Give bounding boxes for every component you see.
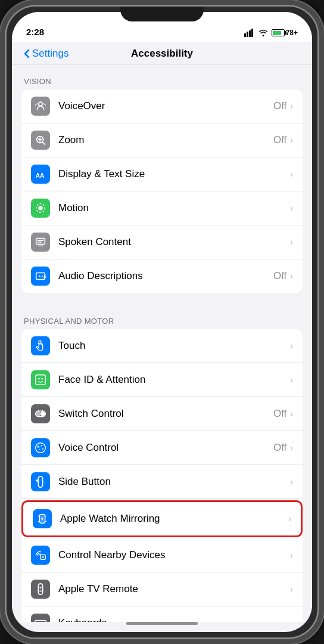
svg-rect-17 xyxy=(36,375,46,385)
svg-rect-3 xyxy=(251,29,253,37)
page-title: Accessibility xyxy=(131,48,193,60)
battery-indicator: 78+ xyxy=(272,29,298,37)
voiceover-icon xyxy=(31,97,50,116)
voiceover-chevron: › xyxy=(290,101,293,111)
svg-rect-30 xyxy=(38,476,42,487)
keyboards-icon xyxy=(31,614,50,622)
zoom-label: Zoom xyxy=(58,134,273,146)
audio-descriptions-icon: AD xyxy=(31,267,50,286)
voiceover-label: VoiceOver xyxy=(58,100,273,112)
face-id-attention-chevron: › xyxy=(290,375,293,385)
voice-control-label: Voice Control xyxy=(58,442,273,454)
svg-rect-22 xyxy=(40,411,45,416)
phone-frame: 2:28 xyxy=(0,0,324,644)
row-touch[interactable]: Touch › xyxy=(21,329,303,363)
screen: 2:28 xyxy=(12,12,312,632)
svg-point-10 xyxy=(38,206,42,210)
keyboards-chevron: › xyxy=(290,618,293,622)
svg-point-39 xyxy=(42,556,44,558)
face-id-attention-label: Face ID & Attention xyxy=(58,374,290,386)
svg-rect-42 xyxy=(39,590,42,590)
touch-icon xyxy=(31,336,50,355)
side-button-icon xyxy=(31,472,50,491)
svg-point-26 xyxy=(38,445,40,448)
section-header-vision: VISION xyxy=(12,65,312,89)
control-nearby-devices-chevron: › xyxy=(290,550,293,560)
svg-text:AD: AD xyxy=(42,275,46,278)
svg-point-37 xyxy=(41,518,43,520)
audio-descriptions-value: Off xyxy=(273,270,286,282)
svg-point-29 xyxy=(39,449,40,450)
spoken-content-icon xyxy=(31,233,50,252)
row-keyboards[interactable]: Keyboards › xyxy=(21,606,303,622)
apple-watch-mirroring-icon xyxy=(33,509,52,528)
switch-control-chevron: › xyxy=(290,409,293,419)
row-apple-tv-remote[interactable]: Apple TV Remote › xyxy=(21,572,303,606)
keyboards-label: Keyboards xyxy=(58,617,290,622)
svg-point-4 xyxy=(39,102,42,106)
row-voiceover[interactable]: VoiceOver Off › xyxy=(21,89,303,123)
section-header-physical-motor: PHYSICAL AND MOTOR xyxy=(12,305,312,329)
row-voice-control[interactable]: Voice Control Off › xyxy=(21,431,303,465)
signal-icon xyxy=(244,29,255,37)
side-button-chevron: › xyxy=(290,477,293,487)
apple-tv-remote-chevron: › xyxy=(290,584,293,594)
switch-control-value: Off xyxy=(273,408,286,420)
zoom-icon xyxy=(31,131,50,150)
zoom-value: Off xyxy=(273,134,286,146)
svg-text:AA: AA xyxy=(36,172,45,179)
control-nearby-devices-label: Control Nearby Devices xyxy=(58,549,290,561)
apple-tv-remote-icon xyxy=(31,580,50,599)
spoken-content-chevron: › xyxy=(290,237,293,247)
switch-control-icon xyxy=(31,404,50,423)
home-indicator xyxy=(126,622,198,625)
svg-rect-0 xyxy=(244,33,246,37)
notch xyxy=(120,5,204,21)
row-control-nearby-devices[interactable]: Control Nearby Devices › xyxy=(21,538,303,572)
audio-descriptions-label: Audio Descriptions xyxy=(58,270,273,282)
motion-icon xyxy=(31,199,50,218)
display-text-size-label: Display & Text Size xyxy=(58,168,290,180)
section-physical-motor: PHYSICAL AND MOTOR Touch › xyxy=(12,305,312,622)
svg-rect-43 xyxy=(39,592,42,592)
battery-text: 78+ xyxy=(286,29,298,37)
svg-point-41 xyxy=(40,587,42,589)
row-zoom[interactable]: Zoom Off › xyxy=(21,123,303,157)
row-audio-descriptions[interactable]: AD Audio Descriptions Off › xyxy=(21,259,303,293)
row-display-text-size[interactable]: AA Display & Text Size › xyxy=(21,157,303,191)
svg-point-18 xyxy=(38,378,40,380)
row-face-id-attention[interactable]: Face ID & Attention › xyxy=(21,363,303,397)
svg-point-27 xyxy=(40,445,42,447)
row-switch-control[interactable]: Switch Control Off › xyxy=(21,397,303,431)
voice-control-chevron: › xyxy=(290,443,293,453)
apple-tv-remote-label: Apple TV Remote xyxy=(58,583,290,595)
apple-watch-mirroring-label: Apple Watch Mirroring xyxy=(60,513,288,525)
motion-chevron: › xyxy=(290,203,293,213)
svg-rect-44 xyxy=(35,620,46,622)
settings-group-vision: VoiceOver Off › xyxy=(21,89,303,293)
row-side-button[interactable]: Side Button › xyxy=(21,465,303,499)
audio-descriptions-chevron: › xyxy=(290,271,293,281)
display-text-size-chevron: › xyxy=(290,169,293,179)
voice-control-icon xyxy=(31,438,50,457)
section-vision: VISION VoiceOver Off xyxy=(12,65,312,293)
wifi-icon xyxy=(258,29,268,36)
status-icons: 78+ xyxy=(244,29,298,37)
row-motion[interactable]: Motion › xyxy=(21,191,303,225)
svg-rect-1 xyxy=(247,32,248,37)
back-button[interactable]: Settings xyxy=(24,48,68,60)
control-nearby-devices-icon xyxy=(31,546,50,565)
voice-control-value: Off xyxy=(273,442,286,454)
row-apple-watch-mirroring[interactable]: Apple Watch Mirroring › xyxy=(21,500,303,537)
touch-chevron: › xyxy=(290,341,293,351)
zoom-chevron: › xyxy=(290,135,293,145)
svg-point-28 xyxy=(42,448,43,450)
svg-point-19 xyxy=(41,378,43,380)
row-spoken-content[interactable]: Spoken Content › xyxy=(21,225,303,259)
settings-group-physical-motor: Touch › Face ID & xyxy=(21,329,303,622)
apple-watch-mirroring-chevron: › xyxy=(288,514,291,524)
face-id-attention-icon xyxy=(31,370,50,389)
motion-label: Motion xyxy=(58,202,290,214)
content-area: VISION VoiceOver Off xyxy=(12,65,312,622)
voiceover-value: Off xyxy=(273,100,286,112)
